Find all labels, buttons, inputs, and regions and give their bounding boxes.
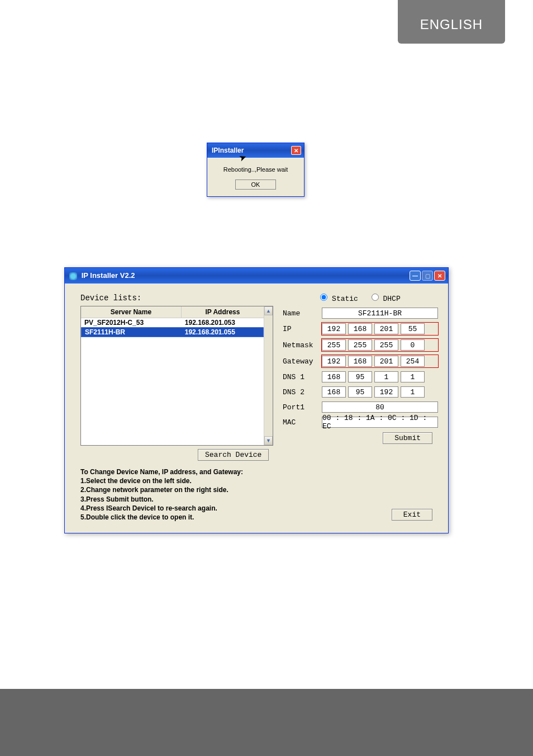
label-dns1: DNS 1 [283, 373, 322, 381]
octet[interactable]: 201 [374, 356, 398, 367]
octet[interactable]: 1 [401, 386, 425, 398]
reboot-dialog: IPInstaller ✕ Rebooting..,Please wait OK [207, 143, 304, 197]
dialog-message: Rebooting..,Please wait [213, 166, 298, 173]
device-list-table[interactable]: Server Name IP Address PV_SF2012H-C_53 1… [80, 306, 273, 446]
octet[interactable]: 255 [322, 339, 346, 351]
instructions: To Change Device Name, IP address, and G… [80, 467, 276, 522]
maximize-icon: ▢ [422, 271, 433, 281]
col-server-name[interactable]: Server Name [81, 306, 182, 318]
device-lists-label: Device lists: [80, 294, 276, 303]
octet[interactable]: 192 [322, 323, 346, 334]
octet[interactable]: 254 [401, 356, 425, 367]
cell-server-name: SF2111H-BR [82, 328, 182, 337]
exit-button[interactable]: Exit [392, 509, 432, 521]
label-port1: Port1 [283, 403, 322, 412]
ip-field[interactable]: 192 168 201 55 [322, 323, 438, 335]
col-ip-address[interactable]: IP Address [182, 306, 264, 318]
octet[interactable]: 255 [348, 339, 372, 351]
octet[interactable]: 168 [322, 386, 346, 398]
dns2-field[interactable]: 168 95 192 1 [322, 386, 438, 398]
label-name: Name [283, 309, 322, 318]
instruction-line: 5.Double click the device to open it. [80, 513, 276, 522]
minimize-icon[interactable]: — [410, 271, 421, 281]
static-radio-label: Static [332, 295, 358, 303]
static-radio[interactable]: Static [320, 295, 358, 303]
instruction-line: 4.Press ISearch DeviceI to re-search aga… [80, 504, 276, 513]
dns1-field[interactable]: 168 95 1 1 [322, 371, 438, 382]
label-dns2: DNS 2 [283, 388, 322, 396]
cell-ip: 192.168.201.053 [182, 318, 264, 327]
ok-button[interactable]: OK [235, 179, 277, 190]
table-row[interactable]: SF2111H-BR 192.168.201.055 [81, 327, 264, 337]
language-tab: ENGLISH [398, 0, 505, 44]
app-icon [69, 272, 77, 280]
name-field[interactable]: SF2111H-BR [322, 308, 438, 319]
instruction-line: To Change Device Name, IP address, and G… [80, 467, 276, 476]
octet[interactable]: 1 [374, 371, 398, 382]
instruction-line: 1.Select the device on the left side. [80, 476, 276, 485]
octet[interactable]: 55 [401, 323, 425, 334]
octet[interactable]: 192 [374, 386, 398, 398]
dialog-title: IPInstaller [212, 147, 244, 154]
dhcp-radio[interactable]: DHCP [372, 295, 401, 303]
label-gateway: Gateway [283, 357, 322, 366]
octet[interactable]: 1 [401, 371, 425, 382]
octet[interactable]: 168 [348, 356, 372, 367]
dhcp-radio-label: DHCP [383, 295, 401, 303]
scrollbar[interactable]: ▲ ▼ [264, 306, 273, 445]
instruction-line: 3.Press Submit button. [80, 495, 276, 504]
dialog-titlebar[interactable]: IPInstaller ✕ [207, 143, 304, 158]
scroll-down-icon[interactable]: ▼ [264, 436, 273, 445]
gateway-field[interactable]: 192 168 201 254 [322, 355, 438, 367]
submit-button[interactable]: Submit [383, 432, 432, 444]
octet[interactable]: 192 [322, 356, 346, 367]
port1-field[interactable]: 80 [322, 401, 438, 413]
search-device-button[interactable]: Search Device [198, 449, 269, 461]
octet[interactable]: 0 [401, 339, 425, 351]
app-title: IP Installer V2.2 [82, 271, 135, 280]
label-netmask: Netmask [283, 341, 322, 349]
scroll-up-icon[interactable]: ▲ [264, 306, 273, 315]
netmask-field[interactable]: 255 255 255 0 [322, 339, 438, 351]
mac-field: 00 : 18 : 1A : 0C : 1D : EC [322, 417, 438, 428]
table-row[interactable]: PV_SF2012H-C_53 192.168.201.053 [81, 318, 264, 327]
window-close-icon[interactable]: ✕ [434, 271, 445, 281]
ip-installer-window: IP Installer V2.2 — ▢ ✕ Device lists: Se… [64, 267, 449, 533]
footer-bar [0, 689, 533, 756]
app-titlebar[interactable]: IP Installer V2.2 — ▢ ✕ [65, 268, 448, 284]
octet[interactable]: 168 [348, 323, 372, 334]
octet[interactable]: 201 [374, 323, 398, 334]
cell-ip: 192.168.201.055 [182, 328, 263, 337]
close-icon[interactable]: ✕ [291, 146, 301, 155]
cell-server-name: PV_SF2012H-C_53 [81, 318, 182, 327]
label-ip: IP [283, 325, 322, 333]
octet[interactable]: 95 [348, 371, 372, 382]
label-mac: MAC [283, 418, 322, 427]
instruction-line: 2.Change network parameter on the right … [80, 485, 276, 494]
octet[interactable]: 255 [374, 339, 398, 351]
octet[interactable]: 95 [348, 386, 372, 398]
octet[interactable]: 168 [322, 371, 346, 382]
